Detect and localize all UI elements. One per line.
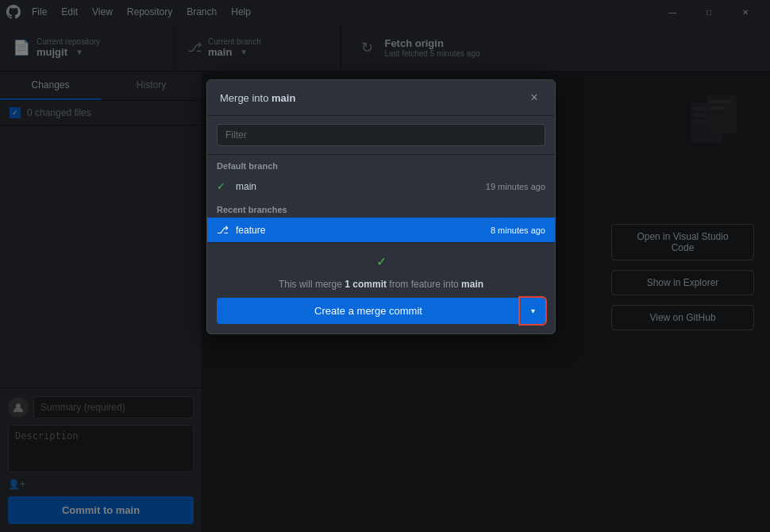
modal-overlay: Merge into main × Default branch ✓ main … <box>0 0 770 532</box>
merge-modal: Merge into main × Default branch ✓ main … <box>206 79 556 334</box>
feature-branch-name: feature <box>236 225 484 236</box>
default-branch-check-icon: ✓ <box>217 180 229 192</box>
merge-info-text: This will merge 1 commit from feature in… <box>279 279 483 290</box>
modal-title: Merge into main <box>220 92 295 104</box>
feature-branch-icon: ⎇ <box>217 224 229 236</box>
feature-branch-time: 8 minutes ago <box>491 226 545 235</box>
modal-header: Merge into main × <box>207 80 555 116</box>
modal-filter-area <box>207 116 555 155</box>
modal-close-button[interactable]: × <box>526 90 542 106</box>
recent-branches-section-label: Recent branches <box>207 199 555 218</box>
merge-dropdown-button[interactable]: ▾ <box>520 298 545 324</box>
default-branch-item[interactable]: ✓ main 19 minutes ago <box>207 174 555 199</box>
create-merge-commit-button[interactable]: Create a merge commit <box>217 298 520 324</box>
merge-button-row: Create a merge commit ▾ <box>217 298 545 324</box>
merge-dropdown-icon: ▾ <box>531 306 535 315</box>
modal-footer: ✓ This will merge 1 commit from feature … <box>207 242 555 333</box>
branch-list: Default branch ✓ main 19 minutes ago Rec… <box>207 155 555 242</box>
feature-branch-item[interactable]: ⎇ feature 8 minutes ago <box>207 218 555 242</box>
default-branch-section-label: Default branch <box>207 155 555 174</box>
merge-success-icon: ✓ <box>376 254 387 269</box>
filter-input[interactable] <box>217 124 545 146</box>
default-branch-time: 19 minutes ago <box>486 182 545 191</box>
default-branch-name: main <box>236 181 479 192</box>
